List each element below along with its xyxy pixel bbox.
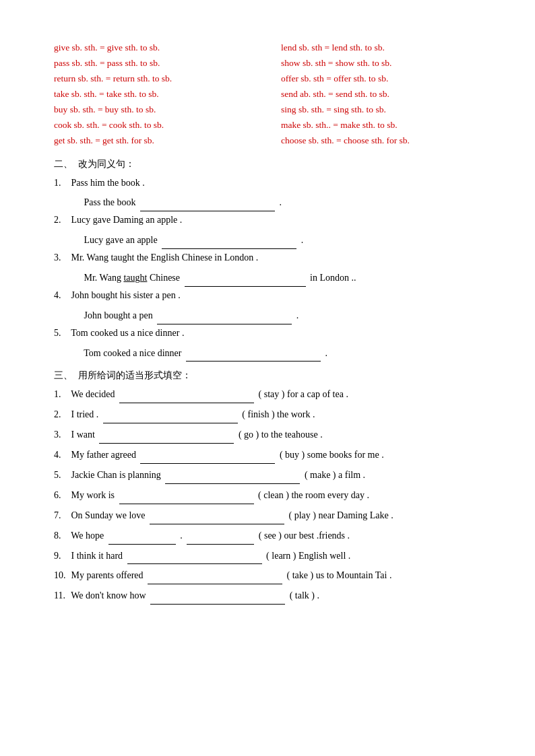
vocab-section: give sb. sth. = give sth. to sb. pass sb…: [54, 40, 495, 149]
item-num: 2.: [54, 406, 69, 423]
item-verb: ( play ) near Daming Lake .: [289, 510, 394, 520]
vocab-item: offer sb. sth = offer sth. to sb.: [281, 71, 495, 87]
exercise-item-4: 4. John bought his sister a pen .: [54, 287, 495, 304]
blank-s3-8b[interactable]: [187, 544, 254, 545]
exercise-item-3-line2: Mr. Wang taught Chinese in London ..: [67, 269, 495, 287]
blank-s3-7[interactable]: [150, 524, 284, 524]
vocab-item: pass sb. sth. = pass sth. to sb.: [54, 56, 268, 71]
item-num: 3.: [54, 426, 69, 444]
section2-num: 二、: [54, 158, 73, 170]
item-pre: We decided: [71, 389, 115, 399]
exercise-item-5-line2: Tom cooked a nice dinner .: [67, 345, 495, 362]
exercise-item-1-line2: Pass the book .: [67, 194, 495, 211]
line2-pre: John bought a pen: [84, 310, 153, 320]
vocab-item: choose sb. sth. = choose sth. for sb.: [281, 133, 495, 149]
item-num: 1.: [54, 386, 69, 403]
vocab-item: buy sb. sth. = buy sth. to sb.: [54, 102, 268, 118]
item-verb: ( take ) us to Mountain Tai .: [287, 570, 392, 580]
s3-item-10: 10. My parents offered ( take ) us to Mo…: [54, 567, 495, 584]
item-num: 4.: [54, 446, 69, 464]
exercise-item-2-line2: Lucy gave an apple .: [67, 232, 495, 249]
blank-s3-10[interactable]: [148, 584, 282, 584]
vocab-item: give sb. sth. = give sth. to sb.: [54, 40, 268, 56]
blank-s3-9[interactable]: [127, 563, 262, 564]
blank-s3-2[interactable]: [103, 423, 238, 423]
item-num: 6.: [54, 487, 69, 504]
vocab-left: give sb. sth. = give sth. to sb. pass sb…: [54, 40, 268, 149]
line2-pre: Pass the book: [84, 197, 136, 207]
blank-s3-6[interactable]: [119, 504, 254, 504]
blank-3[interactable]: [185, 286, 306, 287]
blank-s3-4[interactable]: [140, 463, 275, 464]
line2-post: .: [296, 310, 299, 320]
item-num: 11.: [54, 587, 69, 605]
item-verb: ( stay ) for a cap of tea .: [259, 389, 348, 399]
vocab-item: lend sb. sth = lend sth. to sb.: [281, 40, 495, 56]
vocab-item: return sb. sth. = return sth. to sb.: [54, 71, 268, 87]
item-dot: .: [180, 530, 183, 541]
item-pre: My work is: [71, 490, 115, 500]
item-num: 4.: [54, 287, 69, 304]
item-text: Mr. Wang taught the English Chinese in L…: [71, 252, 259, 263]
item-num: 8.: [54, 527, 69, 545]
exercise-item-5: 5. Tom cooked us a nice dinner .: [54, 324, 495, 342]
blank-s3-3[interactable]: [99, 443, 234, 444]
line2-post: in London ..: [310, 273, 356, 283]
item-num: 7.: [54, 507, 69, 524]
s3-item-7: 7. On Sunday we love ( play ) near Damin…: [54, 507, 495, 524]
item-text: Pass him the book .: [71, 178, 145, 188]
vocab-item: cook sb. sth. = cook sth. to sb.: [54, 118, 268, 133]
vocab-item: show sb. sth = show sth. to sb.: [281, 56, 495, 71]
item-num: 10.: [54, 567, 69, 584]
item-pre: I want: [71, 429, 95, 440]
item-num: 2.: [54, 211, 69, 229]
item-pre: On Sunday we love: [71, 510, 146, 520]
item-num: 1.: [54, 174, 69, 192]
section3-title: 用所给词的适当形式填空：: [78, 370, 191, 382]
s3-item-3: 3. I want ( go ) to the teahouse .: [54, 426, 495, 444]
blank-s3-1[interactable]: [119, 403, 254, 403]
item-num: 5.: [54, 324, 69, 342]
item-verb: ( learn ) English well .: [266, 551, 350, 561]
line2-pre: Mr. Wang taught Chinese: [84, 273, 181, 283]
s3-item-8: 8. We hope . ( see ) our best .friends .: [54, 527, 495, 545]
item-text: John bought his sister a pen .: [71, 290, 181, 300]
item-verb: ( finish ) the work .: [242, 409, 315, 419]
s3-item-6: 6. My work is ( clean ) the room every d…: [54, 487, 495, 504]
section2-title: 改为同义句：: [78, 158, 135, 170]
exercise-item-3: 3. Mr. Wang taught the English Chinese i…: [54, 249, 495, 267]
item-pre: My father agreed: [71, 450, 136, 460]
s3-item-2: 2. I tried . ( finish ) the work .: [54, 406, 495, 423]
item-text: Tom cooked us a nice dinner .: [71, 328, 184, 338]
item-pre: I tried .: [71, 409, 99, 419]
s3-item-5: 5. Jackie Chan is planning ( make ) a fi…: [54, 467, 495, 484]
line2-post: .: [325, 348, 327, 358]
s3-item-4: 4. My father agreed ( buy ) some books f…: [54, 446, 495, 464]
blank-s3-11[interactable]: [150, 604, 285, 605]
item-verb: ( make ) a film .: [305, 470, 365, 480]
blank-5[interactable]: [186, 361, 321, 362]
exercise-item-4-line2: John bought a pen .: [67, 307, 495, 324]
blank-s3-5[interactable]: [165, 483, 300, 484]
section3-num: 三、: [54, 370, 73, 382]
item-num: 5.: [54, 467, 69, 484]
exercise-item-1: 1. Pass him the book .: [54, 174, 495, 192]
item-text: Lucy gave Daming an apple .: [71, 215, 183, 225]
line2-pre: Tom cooked a nice dinner: [84, 348, 181, 358]
exercise-item-2: 2. Lucy gave Daming an apple .: [54, 211, 495, 229]
line2-post: .: [301, 235, 304, 245]
section3-header: 三、 用所给词的适当形式填空：: [54, 370, 495, 382]
item-pre: My parents offered: [71, 570, 144, 580]
line2-post: .: [280, 197, 282, 207]
vocab-item: make sb. sth.. = make sth. to sb.: [281, 118, 495, 133]
item-pre: I think it hard: [71, 551, 123, 561]
item-verb: ( buy ) some books for me .: [280, 450, 384, 460]
item-verb: ( go ) to the teahouse .: [239, 429, 323, 440]
item-pre: Jackie Chan is planning: [71, 470, 161, 480]
vocab-item: get sb. sth. = get sth. for sb.: [54, 133, 268, 149]
blank-s3-8a[interactable]: [108, 544, 176, 545]
item-verb: ( talk ) .: [290, 590, 319, 600]
item-num: 9.: [54, 547, 69, 565]
vocab-item: send ab. sth. = send sth. to sb.: [281, 87, 495, 102]
s3-item-9: 9. I think it hard ( learn ) English wel…: [54, 547, 495, 565]
